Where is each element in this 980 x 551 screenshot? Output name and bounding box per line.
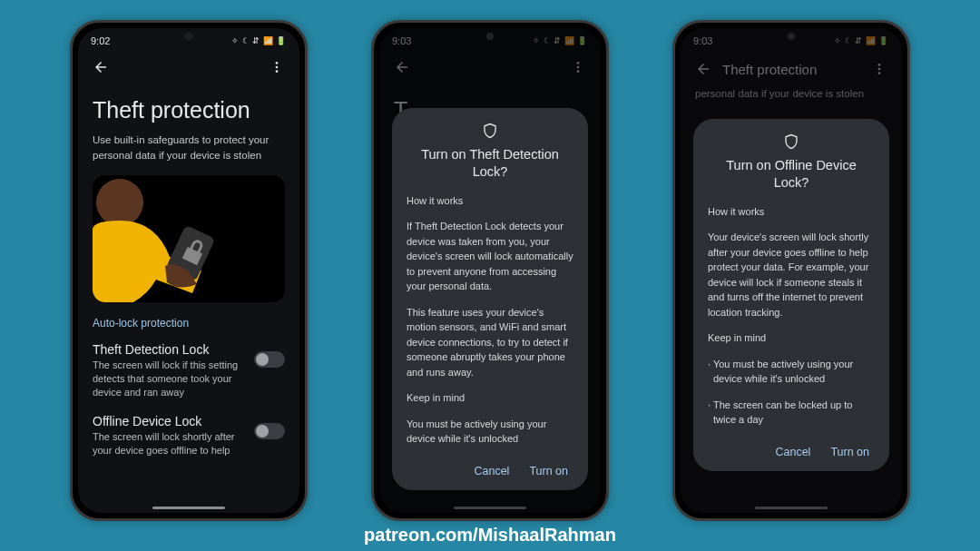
setting-title: Offline Device Lock <box>93 414 245 428</box>
phone-frame: 9:02 ✧ ☾ ⇵ 📶 🔋 Theft protection Use buil… <box>70 20 308 521</box>
setting-description: The screen will lock shortly after your … <box>93 430 245 458</box>
phone-screen: 9:02 ✧ ☾ ⇵ 📶 🔋 Theft protection Use buil… <box>78 28 299 513</box>
phone-frame: 9:03 ✧ ☾ ⇵ 📶 🔋 T T <box>371 20 609 521</box>
page-title: Theft protection <box>78 81 299 133</box>
phone-screen: 9:03 ✧ ☾ ⇵ 📶 🔋 T T <box>379 28 601 513</box>
setting-description: The screen will lock if this setting det… <box>93 359 245 399</box>
turn-on-button[interactable]: Turn on <box>529 465 568 477</box>
status-icons: ✧ ☾ ⇵ 📶 🔋 <box>231 36 287 45</box>
toggle-switch[interactable] <box>254 351 285 368</box>
dialog-text: You must be actively using your device w… <box>407 417 573 447</box>
dialog-title: Turn on Offline Device Lock? <box>708 157 875 192</box>
setting-theft-detection-lock[interactable]: Theft Detection Lock The screen will loc… <box>78 337 299 408</box>
dialog-theft-detection: Turn on Theft Detection Lock? How it wor… <box>392 108 588 490</box>
page-subtitle: Use built-in safeguards to protect your … <box>78 133 299 172</box>
dialog-heading: How it works <box>708 204 875 220</box>
shield-icon <box>708 133 875 150</box>
dialog-text: If Theft Detection Lock detects your dev… <box>407 219 573 294</box>
turn-on-button[interactable]: Turn on <box>830 446 869 458</box>
phone-frame: 9:03 ✧ ☾ ⇵ 📶 🔋 Theft protection personal… <box>672 20 910 521</box>
setting-offline-device-lock[interactable]: Offline Device Lock The screen will lock… <box>78 408 299 467</box>
clock-label: 9:02 <box>91 35 110 46</box>
toggle-switch[interactable] <box>254 423 285 439</box>
status-bar: 9:02 ✧ ☾ ⇵ 📶 🔋 <box>78 28 299 50</box>
svg-point-0 <box>276 62 279 64</box>
dialog-actions: Cancel Turn on <box>708 438 875 462</box>
dialog-text: Your device's screen will lock shortly a… <box>708 230 875 320</box>
dialog-heading: Keep in mind <box>407 390 573 406</box>
dialog-heading: Keep in mind <box>708 330 875 346</box>
setting-title: Theft Detection Lock <box>93 342 245 357</box>
dialog-heading: How it works <box>407 193 573 209</box>
svg-point-1 <box>276 66 279 69</box>
dialog-text: This feature uses your device's motion s… <box>407 305 573 380</box>
cancel-button[interactable]: Cancel <box>474 465 509 477</box>
shield-icon <box>407 123 573 139</box>
svg-point-3 <box>96 179 143 226</box>
dialog-title: Turn on Theft Detection Lock? <box>407 146 573 181</box>
back-icon[interactable] <box>91 57 111 77</box>
app-bar <box>78 50 299 81</box>
section-header: Auto-lock protection <box>78 311 299 337</box>
overflow-menu-icon[interactable] <box>267 57 287 77</box>
dialog-offline-device-lock: Turn on Offline Device Lock? How it work… <box>693 119 889 471</box>
dialog-body: How it works If Theft Detection Lock det… <box>407 193 573 447</box>
cancel-button[interactable]: Cancel <box>775 446 810 458</box>
hero-illustration <box>93 175 285 302</box>
nav-indicator <box>152 507 225 509</box>
phone-screen: 9:03 ✧ ☾ ⇵ 📶 🔋 Theft protection personal… <box>681 28 902 513</box>
dialog-bullet: · The screen can be locked up to twice a… <box>708 398 875 428</box>
svg-point-2 <box>276 70 279 73</box>
dialog-body: How it works Your device's screen will l… <box>708 204 875 428</box>
credit-label: patreon.com/MishaalRahman <box>0 525 980 546</box>
dialog-bullet: · You must be actively using your device… <box>708 357 875 387</box>
dialog-actions: Cancel Turn on <box>407 458 573 481</box>
